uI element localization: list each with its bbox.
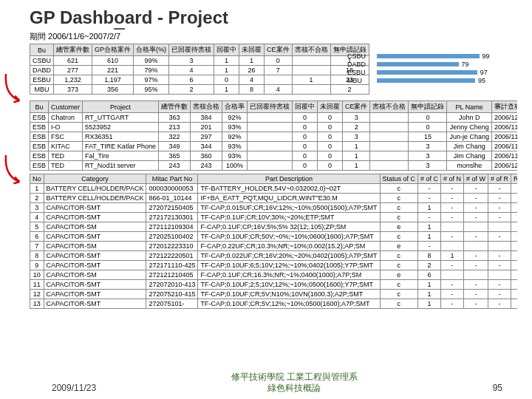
column-header: 已回覆待書核 [169,44,214,56]
footer-center: 修平技術學院 工業工程與管理系綠色科技概論 [96,372,493,393]
column-header: Part Description [198,174,380,184]
column-header: CE案件 [342,101,370,113]
column-header: 未回覆 [239,44,265,56]
passrate-bar-chart: CSBU99DABD79ESBU97MBU95 [347,52,490,85]
column-header: 書核不合格 [370,101,409,113]
column-header: Mitac Part No [146,174,198,184]
summary-table: Bu總管案件數GP合格案件合格率(%)已回覆待書核回覆中未回覆CE案件書核不合格… [30,44,369,95]
table-row: 12CAPACITOR-SMT272075210-415TF-CAP;0.10U… [30,290,518,299]
column-header: 總管案件數 [54,44,92,56]
callout-arrow-2 [3,151,27,188]
table-row: 13CAPACITOR-SMT272075101-TF-CAP;0.10UF;C… [30,299,518,309]
column-header: 書核合格 [190,101,222,113]
column-header: # of R [488,174,511,184]
table-row: ESBTEDFal_Tire36536093%0013Jim Chang2006… [30,151,518,161]
column-header: Category [44,174,146,184]
table-row: DABD27722179%4126718 [30,66,369,75]
table-row: ESBU1,2321,19797%604123 [30,75,369,85]
table-row: 9CAPACITOR-SMT272171110-425TF-CAP;0.10UF… [30,261,518,270]
table-row: ESBFSCRX3635132229792%00315Jun-je Chang2… [30,132,518,142]
table-row: CSBU62161099%31101 [30,56,369,66]
column-header: PL Name [447,101,492,113]
column-header: No [30,174,44,184]
column-header: 合格率(%) [134,44,169,56]
column-header: 書核不合格 [292,44,330,56]
column-header: Project [83,101,159,113]
column-header: CE案件 [265,44,293,56]
column-header: # of C [418,174,441,184]
table-row: 5CAPACITOR-SM272112109304F-CAP;0.1UF;CP;… [30,222,518,232]
footer-date: 2009/11/23 [52,383,96,393]
table-row: 6CAPACITOR-SMT272025100402TF-CAP;0.10UF;… [30,232,518,242]
column-header: 審計查核日 [491,101,517,113]
table-row: MBU37335695%21842 [30,85,369,95]
bar-row: ESBU97 [347,69,490,76]
column-header: Bu [30,101,49,113]
table-row: 7CAPACITOR-SM272012223310F-CAP;0.22UF;CR… [30,242,518,251]
period-label: 期間 2006/11/6~2007/2/7 [30,31,532,42]
table-row: ESBTEDRT_Nod1t server243243100%0013monsl… [30,161,518,171]
column-header: 總管件數 [158,101,190,113]
table-row: 10CAPACITOR-SM272121210405F-CAP;0.1UF;CR… [30,270,518,280]
footer-page-number: 95 [493,383,502,393]
project-table: BuCustomerProject總管件數書核合格合格率已回覆待書核回覆中未回覆… [30,100,517,171]
slide-footer: 2009/11/23 修平技術學院 工業工程與管理系綠色科技概論 95 [0,372,532,393]
table-row: ESBChatronRT_UTTGART36338492%0030John D2… [30,113,518,123]
table-row: 1BATTERY CELL/HOLDER/PACK000030000053TF-… [30,184,518,194]
parts-table: NoCategoryMitac Part NoPart DescriptionS… [30,174,517,309]
table-row: 4CAPACITOR-SMT272172130301TF-CAP;0.1UF;C… [30,213,518,222]
column-header: # of W [464,174,488,184]
column-header: Bu [30,44,54,56]
bar-row: MBU95 [347,77,490,84]
column-header: Status of C [380,174,418,184]
bar-row: CSBU99 [347,52,490,60]
table-row: ESBI-O552395221320193%0020Jenny Cheng200… [30,123,518,132]
column-header: 已回覆待書核 [247,101,292,113]
column-header: 未回覆 [317,101,342,113]
column-header: 回覆中 [214,44,239,56]
callout-arrow-1 [3,70,27,107]
column-header: # of N [441,174,464,184]
bar-row: DABD79 [347,61,490,68]
column-header: 回覆中 [292,101,317,113]
page-title: GP Dashboard - Project [30,7,532,28]
column-header: R F [511,174,517,184]
table-row: ESBKITACFAT_TIRE Katlar Phone34934493%00… [30,142,518,151]
column-header: GP合格案件 [92,44,134,56]
column-header: Customer [49,101,83,113]
table-row: 8CAPACITOR-SMT272122220501TF-CAP;0.022UF… [30,251,518,261]
table-row: 11CAPACITOR-SMT272072010-413TF-CAP;0.10U… [30,280,518,290]
table-row: 2BATTERY CELL/HOLDER/PACK866-01_10144IF+… [30,194,518,203]
column-header: 無申請記錄 [409,101,447,113]
column-header: 合格率 [222,101,247,113]
table-row: 3CAPACITOR-SMT272072150405TF-CAP;0.015UF… [30,203,518,213]
